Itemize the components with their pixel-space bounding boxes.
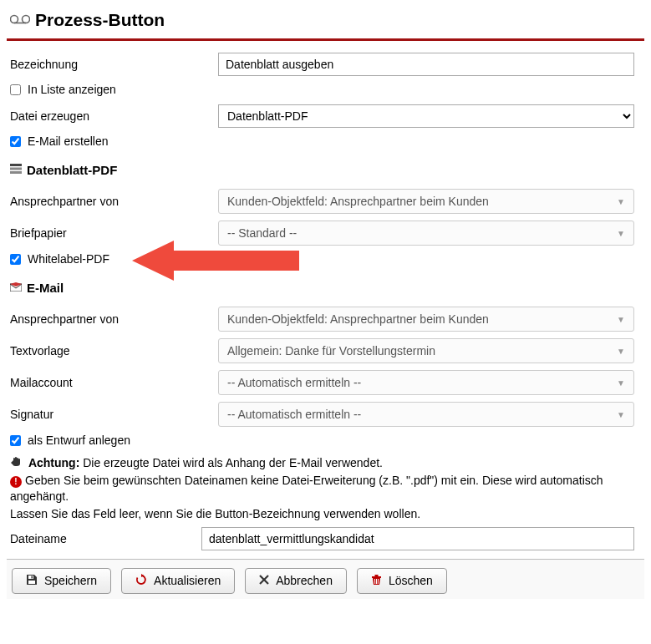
chevron-down-icon: ▼ bbox=[617, 229, 625, 238]
close-icon bbox=[259, 574, 269, 587]
chevron-down-icon: ▼ bbox=[617, 347, 625, 356]
warn-line2: Lassen Sie das Feld leer, wenn Sie die B… bbox=[7, 506, 644, 522]
warn-line: !Geben Sie beim gewünschten Dateinamen k… bbox=[7, 473, 644, 505]
datei-erzeugen-label: Datei erzeugen bbox=[7, 109, 218, 123]
save-icon bbox=[26, 574, 38, 588]
form-icon bbox=[10, 164, 22, 176]
cancel-button[interactable]: Abbrechen bbox=[245, 568, 347, 594]
als-entwurf-checkbox[interactable] bbox=[10, 435, 21, 446]
button-bar: Speichern Aktualisieren Abbrechen Lösche… bbox=[7, 559, 644, 599]
svg-rect-3 bbox=[10, 164, 22, 166]
email-ansprech-label: Ansprechpartner von bbox=[7, 312, 218, 326]
dateiname-input[interactable] bbox=[201, 527, 634, 550]
svg-rect-11 bbox=[32, 576, 33, 578]
svg-rect-4 bbox=[10, 168, 22, 170]
email-section-header: E-Mail bbox=[10, 281, 644, 295]
svg-rect-16 bbox=[374, 575, 378, 576]
delete-button[interactable]: Löschen bbox=[357, 568, 447, 594]
page-header: Prozess-Button bbox=[7, 7, 644, 41]
hand-icon bbox=[10, 455, 25, 471]
signatur-label: Signatur bbox=[7, 408, 218, 421]
whitelabel-checkbox[interactable] bbox=[10, 254, 21, 265]
mailaccount-label: Mailaccount bbox=[7, 376, 218, 389]
email-erstellen-label: E-Mail erstellen bbox=[28, 134, 108, 148]
whitelabel-label: Whitelabel-PDF bbox=[28, 252, 109, 266]
textvorlage-label: Textvorlage bbox=[7, 344, 218, 357]
page-title: Prozess-Button bbox=[35, 10, 165, 30]
pdf-ansprech-select[interactable]: Kunden-Objektfeld: Ansprechpartner beim … bbox=[218, 189, 634, 214]
svg-point-0 bbox=[11, 15, 18, 23]
textvorlage-select[interactable]: Allgemein: Danke für Vorstellungstermin … bbox=[218, 338, 634, 363]
mailaccount-select[interactable]: -- Automatisch ermitteln -- ▼ bbox=[218, 370, 634, 395]
signatur-select[interactable]: -- Automatisch ermitteln -- ▼ bbox=[218, 402, 634, 427]
als-entwurf-label: als Entwurf anlegen bbox=[28, 434, 130, 447]
svg-marker-6 bbox=[132, 241, 299, 281]
pdf-ansprech-label: Ansprechpartner von bbox=[7, 195, 218, 208]
achtung-line: Achtung: Die erzeugte Datei wird als Anh… bbox=[7, 455, 644, 471]
in-liste-checkbox[interactable] bbox=[10, 84, 21, 95]
chevron-down-icon: ▼ bbox=[617, 378, 625, 388]
refresh-button[interactable]: Aktualisieren bbox=[121, 568, 235, 594]
svg-rect-9 bbox=[28, 576, 33, 579]
email-erstellen-checkbox[interactable] bbox=[10, 136, 21, 147]
refresh-icon bbox=[135, 574, 147, 588]
email-ansprech-select[interactable]: Kunden-Objektfeld: Ansprechpartner beim … bbox=[218, 307, 634, 332]
pdf-section-header: Datenblatt-PDF bbox=[10, 163, 644, 177]
dateiname-label: Dateiname bbox=[7, 532, 201, 545]
trash-icon bbox=[371, 574, 382, 588]
datei-erzeugen-select[interactable]: Datenblatt-PDF bbox=[218, 104, 634, 128]
warning-icon: ! bbox=[10, 473, 25, 489]
briefpapier-label: Briefpapier bbox=[7, 226, 218, 240]
chevron-down-icon: ▼ bbox=[617, 315, 625, 324]
briefpapier-select[interactable]: -- Standard -- ▼ bbox=[218, 221, 634, 246]
in-liste-label: In Liste anzeigen bbox=[28, 83, 116, 96]
bezeichnung-input[interactable] bbox=[218, 53, 634, 76]
bezeichnung-label: Bezeichnung bbox=[7, 58, 218, 71]
svg-rect-5 bbox=[10, 171, 22, 174]
chevron-down-icon: ▼ bbox=[617, 197, 625, 206]
svg-rect-15 bbox=[372, 576, 381, 578]
chevron-down-icon: ▼ bbox=[617, 410, 625, 419]
mail-icon bbox=[10, 281, 22, 294]
save-button[interactable]: Speichern bbox=[12, 568, 111, 594]
voicemail-icon bbox=[10, 12, 35, 29]
svg-rect-10 bbox=[28, 581, 35, 584]
svg-point-1 bbox=[23, 15, 30, 23]
